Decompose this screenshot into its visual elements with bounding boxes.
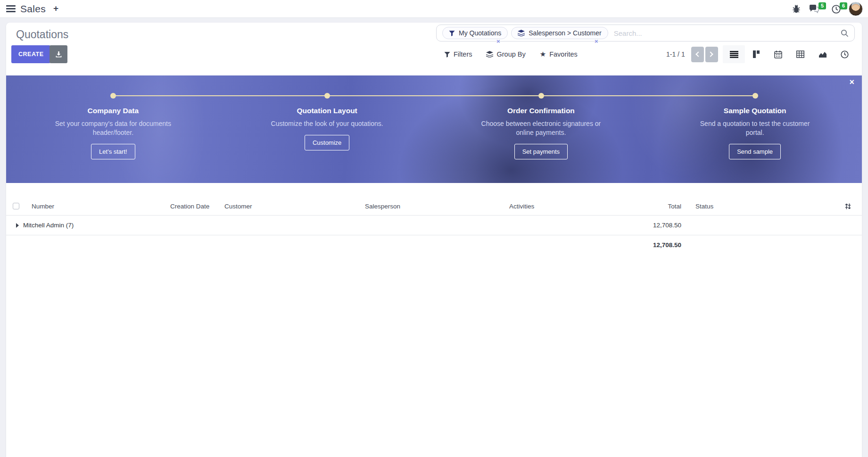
view-graph-button[interactable]: [811, 45, 834, 63]
favorites-menu[interactable]: ★ Favorites: [540, 50, 578, 58]
calendar-view-icon: [774, 50, 782, 58]
group-label: Mitchell Admin (7): [23, 222, 74, 229]
timeline-dot: [538, 93, 544, 99]
layers-icon: [486, 51, 493, 58]
group-row-mitchell-admin[interactable]: Mitchell Admin (7) 12,708.50: [6, 215, 862, 235]
page-title: Quotations: [16, 28, 68, 41]
pager-next-button[interactable]: [705, 47, 718, 62]
content-area: Quotations My Quotations Salesperson > C…: [6, 23, 862, 457]
layers-icon: [518, 30, 525, 36]
optional-columns-icon[interactable]: [844, 203, 851, 210]
step-description: Choose between electronic signatures or …: [477, 119, 604, 137]
column-header-customer[interactable]: Customer: [220, 203, 361, 210]
view-switcher: [723, 45, 856, 63]
messages-icon[interactable]: [809, 4, 819, 15]
facet-label: My Quotations: [459, 29, 501, 37]
step-title: Order Confirmation: [434, 107, 648, 115]
filters-menu[interactable]: Filters: [444, 50, 472, 58]
view-calendar-button[interactable]: [767, 45, 789, 63]
top-navbar: Sales + 5 6: [0, 0, 868, 18]
quotations-list: Number Creation Date Customer Salesperso…: [6, 197, 862, 254]
activity-view-icon: [841, 50, 849, 58]
download-icon: [55, 51, 62, 58]
plus-icon[interactable]: +: [53, 3, 58, 14]
footer-total: 12,708.50: [640, 241, 685, 249]
customize-button[interactable]: Customize: [305, 135, 349, 150]
lets-start-button[interactable]: Let's start!: [91, 144, 135, 159]
search-input[interactable]: Search...: [614, 29, 642, 37]
list-footer: 12,708.50: [6, 235, 862, 254]
column-header-creation-date[interactable]: Creation Date: [165, 203, 220, 210]
column-header-number[interactable]: Number: [26, 203, 165, 210]
favorites-label: Favorites: [549, 50, 578, 58]
groupby-menu[interactable]: Group By: [486, 50, 525, 58]
pivot-view-icon: [796, 50, 804, 58]
pager-range: 1-1 / 1: [666, 50, 685, 58]
search-options: Filters Group By ★ Favorites: [444, 45, 578, 63]
export-button[interactable]: [50, 45, 67, 63]
star-icon: ★: [540, 50, 546, 58]
group-expand-caret-icon[interactable]: [16, 223, 19, 228]
onboarding-step-sample-quotation: Sample Quotation Send a quotation to tes…: [648, 107, 862, 159]
timeline-dot: [324, 93, 330, 99]
filter-icon: [449, 30, 455, 36]
step-title: Sample Quotation: [648, 107, 862, 115]
banner-close-icon[interactable]: ×: [849, 78, 854, 86]
odoo-sales-screen: Sales + 5 6 Quotations: [0, 0, 868, 457]
create-button[interactable]: CREATE: [11, 45, 50, 63]
user-avatar[interactable]: [849, 2, 863, 16]
step-description: Set your company's data for documents he…: [50, 119, 177, 137]
view-pivot-button[interactable]: [789, 45, 811, 63]
chevron-left-icon: [695, 51, 701, 57]
timeline-dot: [752, 93, 758, 99]
filters-label: Filters: [454, 50, 472, 58]
set-payments-button[interactable]: Set payments: [514, 144, 568, 159]
facet-remove-icon[interactable]: ×: [595, 38, 598, 45]
pager-previous-button[interactable]: [691, 47, 704, 62]
facet-remove-icon[interactable]: ×: [496, 38, 500, 45]
view-list-button[interactable]: [723, 45, 745, 63]
step-title: Quotation Layout: [220, 107, 434, 115]
select-all-checkbox[interactable]: [13, 203, 19, 209]
onboarding-steps: Company Data Set your company's data for…: [6, 107, 862, 159]
debug-bug-icon[interactable]: [792, 4, 802, 15]
app-name[interactable]: Sales: [20, 3, 46, 15]
onboarding-banner: × Company Data Set your company's data f…: [6, 75, 862, 183]
step-description: Customize the look of your quotations.: [264, 119, 391, 128]
onboarding-step-company-data: Company Data Set your company's data for…: [6, 107, 220, 159]
groupby-label: Group By: [496, 50, 525, 58]
column-header-status[interactable]: Status: [685, 203, 831, 210]
apps-menu-icon[interactable]: [6, 5, 16, 12]
chevron-right-icon: [708, 51, 713, 57]
column-header-total[interactable]: Total: [640, 203, 685, 210]
pager: 1-1 / 1: [666, 45, 718, 63]
timeline-dot: [110, 93, 116, 99]
messages-badge: 5: [818, 2, 826, 9]
column-header-activities[interactable]: Activities: [505, 203, 640, 210]
list-header: Number Creation Date Customer Salesperso…: [6, 197, 862, 215]
list-view-icon: [730, 51, 738, 58]
filter-icon: [444, 51, 450, 58]
onboarding-step-order-confirmation: Order Confirmation Choose between electr…: [434, 107, 648, 159]
group-total: 12,708.50: [640, 222, 685, 229]
step-description: Send a quotation to test the customer po…: [691, 119, 818, 137]
view-kanban-button[interactable]: [745, 45, 767, 63]
activities-badge: 6: [840, 2, 847, 9]
search-facet-groupby[interactable]: Salesperson > Customer: [511, 27, 608, 39]
column-header-salesperson[interactable]: Salesperson: [361, 203, 505, 210]
kanban-view-icon: [752, 50, 760, 58]
graph-view-icon: [818, 51, 827, 58]
view-activity-button[interactable]: [834, 45, 856, 63]
timeline-line: [113, 95, 755, 96]
search-icon[interactable]: [841, 29, 849, 37]
onboarding-step-quotation-layout: Quotation Layout Customize the look of y…: [220, 107, 434, 159]
facet-label: Salesperson > Customer: [529, 29, 601, 37]
step-title: Company Data: [6, 107, 220, 115]
send-sample-button[interactable]: Send sample: [729, 144, 781, 159]
